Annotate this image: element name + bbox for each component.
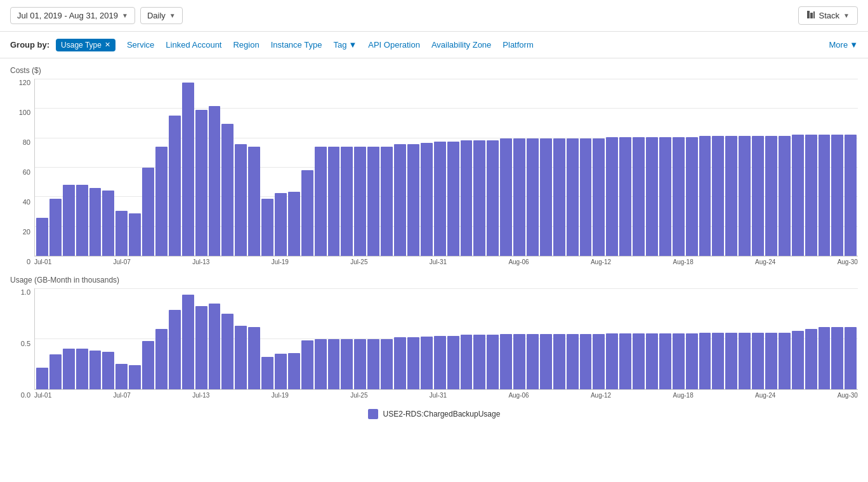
usage-bar (36, 368, 48, 389)
usage-bar (76, 349, 88, 389)
cost-bar (779, 136, 791, 256)
usage-bar (261, 357, 273, 389)
cost-bar (686, 137, 698, 256)
x-axis-label: Aug-30 (838, 392, 858, 399)
usage-bar (567, 334, 579, 389)
cost-bar (580, 138, 592, 256)
usage-bar (819, 327, 831, 389)
cost-y-label: 0 (27, 258, 30, 265)
usage-bar (619, 333, 631, 389)
svg-rect-1 (810, 13, 813, 18)
x-axis-label: Jul-13 (192, 392, 209, 399)
usage-bar (513, 334, 525, 389)
usage-bar (209, 304, 221, 389)
usage-bar (487, 335, 499, 389)
usage-bar (381, 339, 393, 390)
more-button[interactable]: More ▼ (829, 40, 858, 50)
stack-icon (806, 10, 815, 21)
cost-bar (819, 135, 831, 256)
usage-bar (248, 327, 260, 389)
cost-bar (261, 199, 273, 256)
usage-type-tag[interactable]: Usage Type ✕ (56, 39, 115, 51)
usage-bar (155, 329, 168, 389)
cost-bar (699, 136, 711, 256)
x-axis-label: Aug-18 (673, 392, 694, 399)
usage-bar (725, 333, 737, 389)
usage-x-axis: Jul-01Jul-07Jul-13Jul-19Jul-25Jul-31Aug-… (34, 392, 858, 399)
cost-y-label: 80 (23, 138, 30, 146)
filter-region[interactable]: Region (228, 38, 264, 51)
usage-type-tag-label: Usage Type (61, 41, 102, 50)
cost-bar (301, 170, 313, 256)
usage-chart-title: Usage (GB-Month in thousands) (10, 276, 858, 285)
x-axis-label: Aug-18 (673, 258, 694, 265)
cost-y-label: 40 (23, 198, 30, 206)
granularity-picker[interactable]: Daily ▼ (140, 7, 183, 24)
cost-bar (421, 143, 433, 256)
filter-platform[interactable]: Platform (497, 38, 538, 51)
group-filters: Service Linked Account Region Instance T… (122, 38, 539, 51)
cost-bar (712, 136, 724, 256)
cost-bars (35, 79, 858, 256)
cost-bar (315, 147, 327, 256)
date-range-label: Jul 01, 2019 - Aug 31, 2019 (17, 11, 118, 20)
filter-service[interactable]: Service (122, 38, 159, 51)
x-axis-label: Aug-06 (508, 392, 529, 399)
x-axis-label: Jul-01 (34, 392, 51, 399)
usage-bar (659, 333, 671, 389)
filter-api-operation[interactable]: API Operation (363, 38, 425, 51)
cost-bar (831, 135, 843, 256)
usage-bar (49, 354, 62, 389)
cost-bar (593, 138, 605, 256)
usage-bar (434, 336, 446, 389)
usage-type-tag-remove[interactable]: ✕ (105, 41, 110, 49)
svg-rect-0 (807, 11, 810, 18)
stack-button[interactable]: Stack ▼ (798, 6, 858, 25)
cost-bar (752, 136, 764, 256)
cost-bar (765, 136, 777, 256)
cost-bar (845, 135, 857, 256)
cost-bar (659, 137, 671, 256)
filter-availability-zone[interactable]: Availability Zone (426, 38, 496, 51)
cost-bar (129, 213, 141, 256)
cost-bar (49, 199, 62, 256)
usage-bar (341, 339, 353, 390)
legend-label: USE2-RDS:ChargedBackupUsage (383, 410, 501, 418)
cost-bar (513, 138, 525, 256)
cost-bar (633, 137, 645, 256)
filter-instance-type[interactable]: Instance Type (266, 38, 327, 51)
usage-bar (301, 340, 313, 389)
usage-bar (633, 333, 645, 389)
usage-bar (831, 327, 843, 389)
cost-bar (553, 138, 565, 256)
usage-bar (606, 333, 618, 389)
usage-bar (63, 349, 75, 389)
cost-bar (792, 135, 804, 256)
usage-y-label: 1.0 (21, 288, 30, 296)
svg-rect-2 (813, 11, 815, 18)
cost-bar (527, 138, 539, 256)
usage-bar (394, 337, 406, 389)
usage-bar (553, 334, 565, 389)
granularity-label: Daily (147, 11, 166, 20)
usage-bar (275, 354, 287, 389)
filter-tag[interactable]: Tag ▼ (328, 38, 362, 51)
cost-bar (142, 168, 154, 257)
x-axis-label: Jul-07 (114, 392, 131, 399)
x-axis-label: Jul-25 (350, 392, 367, 399)
usage-bar (129, 365, 141, 389)
cost-y-label: 100 (19, 109, 30, 116)
usage-bar (527, 334, 539, 389)
x-axis-label: Aug-12 (591, 392, 611, 399)
cost-bar (673, 137, 685, 256)
cost-bar (725, 136, 737, 256)
filter-linked-account[interactable]: Linked Account (161, 38, 227, 51)
usage-bar (315, 339, 327, 390)
date-range-picker[interactable]: Jul 01, 2019 - Aug 31, 2019 ▼ (10, 7, 135, 24)
usage-bar (288, 353, 300, 389)
cost-bar (89, 188, 102, 256)
cost-bar (36, 218, 48, 256)
usage-bar (89, 351, 102, 389)
usage-bar (805, 329, 817, 389)
usage-bar (500, 334, 512, 389)
